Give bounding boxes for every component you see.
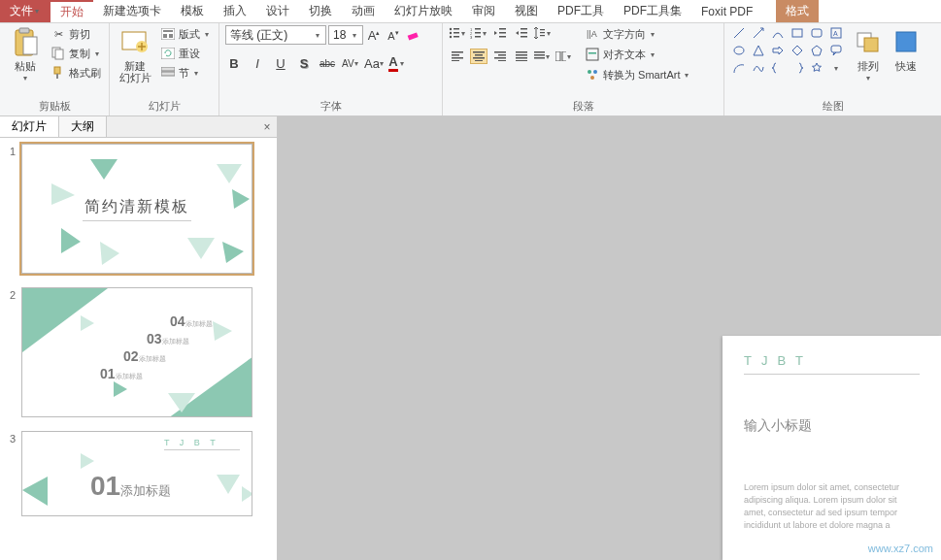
tab-newtab[interactable]: 新建选项卡	[93, 0, 171, 22]
numbering-button[interactable]: 123▾	[470, 25, 487, 41]
shape-rect-icon[interactable]	[789, 25, 806, 41]
shape-roundrect-icon[interactable]	[808, 25, 825, 41]
shape-arrow-icon[interactable]	[750, 25, 767, 41]
decrease-indent-button[interactable]	[491, 25, 509, 41]
text-direction-button[interactable]: ||A文字方向▾	[583, 25, 692, 43]
shape-oval-icon[interactable]	[730, 43, 748, 58]
bold-button[interactable]: B	[225, 54, 243, 72]
font-color-button[interactable]: A▾	[388, 54, 406, 72]
shape-textbox-icon[interactable]: A	[827, 25, 845, 41]
tab-pdftool[interactable]: PDF工具	[548, 0, 614, 22]
tab-transition[interactable]: 切换	[299, 0, 342, 22]
italic-button[interactable]: I	[249, 54, 266, 72]
menubar: 文件▾ 开始 新建选项卡 模板 插入 设计 切换 动画 幻灯片放映 审阅 视图 …	[0, 0, 941, 23]
align-right-button[interactable]	[491, 49, 509, 64]
section-button[interactable]: 节▾	[158, 64, 213, 82]
align-right-icon	[494, 51, 506, 61]
shape-callout-icon[interactable]	[827, 43, 845, 58]
arrange-button[interactable]: 排列 ▾	[849, 25, 888, 82]
change-case-button[interactable]: Aa▾	[365, 54, 383, 72]
group-slides: 新建 幻灯片 版式▾ 重设 节▾ 幻灯片	[110, 23, 219, 115]
thumb2-01: 01	[100, 366, 116, 381]
underline-button[interactable]: U	[272, 54, 289, 72]
tab-template[interactable]: 模板	[171, 0, 214, 22]
shape-connector-icon[interactable]	[769, 25, 787, 41]
clear-format-button[interactable]	[404, 26, 421, 44]
tab-file[interactable]: 文件▾	[0, 0, 50, 22]
layout-button[interactable]: 版式▾	[158, 25, 213, 43]
svg-rect-12	[161, 48, 175, 59]
smartart-button[interactable]: 转换为 SmartArt▾	[583, 66, 692, 83]
line-spacing-button[interactable]: ▾	[534, 25, 552, 41]
align-text-button[interactable]: 对齐文本▾	[583, 46, 692, 63]
tab-design[interactable]: 设计	[256, 0, 299, 22]
distribute-button[interactable]: ▾	[534, 49, 552, 64]
tab-slides-panel[interactable]: 幻灯片	[0, 116, 59, 137]
strike-button[interactable]: abc	[319, 54, 336, 72]
svg-marker-81	[187, 238, 215, 259]
divider	[164, 449, 240, 450]
close-pane-button[interactable]: ×	[257, 116, 277, 137]
align-left-button[interactable]	[449, 49, 466, 64]
font-size-select[interactable]: 18▾	[328, 25, 363, 45]
shape-brace-icon[interactable]	[769, 60, 787, 76]
shadow-button[interactable]: S	[295, 54, 313, 72]
tab-foxit[interactable]: Foxit PDF	[691, 0, 762, 22]
tab-review[interactable]: 审阅	[462, 0, 505, 22]
thumb-row: 2 04添加标题 03添加标题 02添加标题 01添加标题	[4, 287, 273, 417]
shape-triangle-icon[interactable]	[750, 43, 767, 58]
shape-line-icon[interactable]	[730, 25, 748, 41]
shape-star-icon[interactable]	[808, 60, 825, 76]
shape-brace2-icon[interactable]	[789, 60, 806, 76]
tab-home[interactable]: 开始	[50, 0, 93, 22]
new-slide-button[interactable]: 新建 幻灯片	[116, 25, 154, 83]
thumbnail-list[interactable]: 1 简约清新模板	[0, 138, 277, 560]
increase-indent-button[interactable]	[513, 25, 530, 41]
svg-rect-39	[452, 57, 463, 59]
tab-insert[interactable]: 插入	[214, 0, 256, 22]
watermark: www.xz7.com	[868, 543, 933, 554]
paste-button[interactable]: 粘贴 ▾	[6, 25, 45, 82]
shape-curve-icon[interactable]	[750, 60, 767, 76]
shape-arc-icon[interactable]	[730, 60, 748, 76]
slide-subtitle[interactable]: 输入小标题	[744, 417, 920, 435]
quick-styles-button[interactable]: 快速	[891, 25, 921, 72]
svg-rect-32	[521, 32, 527, 34]
svg-rect-66	[792, 29, 802, 37]
tab-view[interactable]: 视图	[505, 0, 548, 22]
columns-button[interactable]: ▾	[555, 49, 573, 64]
align-center-button[interactable]	[470, 49, 487, 64]
shape-more-icon[interactable]: ▾	[827, 60, 845, 76]
shape-pentagon-icon[interactable]	[808, 43, 825, 58]
reset-button[interactable]: 重设	[158, 45, 213, 62]
svg-point-63	[590, 76, 594, 80]
group-drawing: A ▾ 排列 ▾ 快速	[724, 23, 941, 115]
tab-format[interactable]: 格式	[776, 0, 819, 22]
char-spacing-button[interactable]: AV▾	[342, 54, 359, 72]
thumbnail-3[interactable]: T J B T 01添加标题	[21, 431, 252, 516]
grow-font-button[interactable]: A▴	[365, 26, 383, 44]
copy-button[interactable]: 复制▾	[49, 45, 103, 62]
bullets-button[interactable]: ▾	[449, 25, 466, 41]
slide-canvas[interactable]: TJBT 输入小标题 Lorem ipsum dolor sit amet, c…	[278, 116, 941, 560]
tab-slideshow[interactable]: 幻灯片放映	[385, 0, 462, 22]
tab-outline-panel[interactable]: 大纲	[59, 116, 107, 137]
shrink-font-button[interactable]: A▾	[385, 26, 402, 44]
chevron-down-icon: ▾	[545, 29, 552, 38]
thumb-number: 3	[4, 431, 16, 516]
shapes-gallery[interactable]: A ▾	[730, 25, 845, 76]
thumbnail-2[interactable]: 04添加标题 03添加标题 02添加标题 01添加标题	[21, 287, 252, 417]
slide-body-text[interactable]: Lorem ipsum dolor sit amet, consectetur …	[744, 481, 920, 532]
slide-content[interactable]: TJBT 输入小标题 Lorem ipsum dolor sit amet, c…	[723, 336, 941, 560]
shape-diamond-icon[interactable]	[789, 43, 806, 58]
format-painter-button[interactable]: 格式刷	[49, 64, 103, 82]
distribute-icon	[534, 51, 545, 61]
chevron-down-icon: ▾	[649, 30, 656, 39]
thumbnail-1[interactable]: 简约清新模板	[21, 144, 252, 274]
font-name-select[interactable]: 等线 (正文)▾	[225, 25, 326, 45]
cut-button[interactable]: ✂剪切	[49, 25, 103, 43]
justify-button[interactable]	[513, 49, 530, 64]
shape-arrow-right-icon[interactable]	[769, 43, 787, 58]
tab-pdftoolset[interactable]: PDF工具集	[614, 0, 691, 22]
tab-animation[interactable]: 动画	[342, 0, 385, 22]
